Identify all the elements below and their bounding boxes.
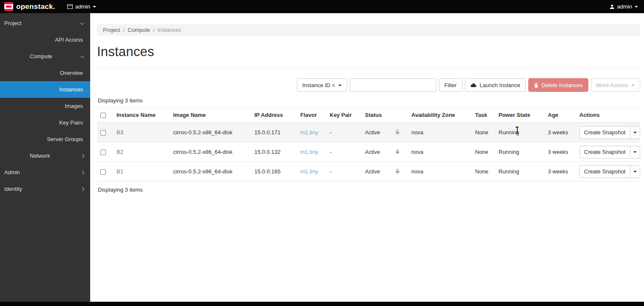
filter-button-label: Filter bbox=[445, 82, 457, 88]
sidebar-item-label: Identity bbox=[4, 186, 22, 192]
sidebar-item-instances[interactable]: Instances bbox=[0, 81, 90, 98]
trash-icon bbox=[534, 82, 539, 88]
sidebar-item-label: Compute bbox=[30, 53, 52, 60]
project-menu-label: admin bbox=[75, 3, 90, 10]
sidebar-item-server-groups[interactable]: Server Groups bbox=[0, 131, 90, 147]
status-cell: Active bbox=[362, 123, 391, 142]
table-row: B1 cirros-0.5.2-x86_64-disk 15.0.0.165 m… bbox=[97, 162, 640, 181]
header-status: Status bbox=[362, 108, 391, 123]
caret-down-icon bbox=[93, 6, 96, 8]
row-checkbox[interactable] bbox=[100, 150, 106, 155]
breadcrumb-current: Instances bbox=[157, 27, 181, 33]
chevron-right-icon bbox=[80, 170, 85, 175]
key-pair-cell: - bbox=[326, 142, 362, 162]
row-actions-dropdown-button[interactable] bbox=[630, 126, 640, 139]
sidebar-nav: Project API Access Compute Overview Inst… bbox=[0, 13, 90, 302]
header-task: Task bbox=[472, 108, 495, 123]
sidebar-item-label: Overview bbox=[60, 70, 83, 76]
header-power-state: Power State bbox=[495, 108, 544, 123]
power-state-cell: Running bbox=[495, 123, 544, 142]
header-instance-name: Instance Name bbox=[113, 108, 170, 123]
more-actions-button[interactable]: More Actions bbox=[591, 78, 640, 92]
instance-name-link[interactable]: B2 bbox=[117, 149, 123, 155]
logo-notch bbox=[4, 6, 6, 8]
filter-input[interactable] bbox=[350, 78, 436, 92]
age-cell: 3 weeks bbox=[544, 162, 576, 181]
chevron-down-icon bbox=[80, 20, 85, 25]
create-snapshot-button[interactable]: Create Snapshot bbox=[579, 126, 630, 139]
create-snapshot-button[interactable]: Create Snapshot bbox=[579, 165, 630, 178]
header-availability-zone: Availability Zone bbox=[408, 108, 472, 123]
sidebar-item-label: Key Pairs bbox=[59, 119, 83, 126]
table-row: B2 cirros-0.5.2-x86_64-disk 15.0.0.132 m… bbox=[97, 142, 640, 162]
header-ip-address: IP Address bbox=[251, 108, 297, 123]
table-header-row: Instance Name Image Name IP Address Flav… bbox=[97, 108, 640, 123]
ip-address-cell: 15.0.0.132 bbox=[251, 142, 297, 162]
app-window: openstack. admin admin Project API Acces… bbox=[0, 0, 644, 306]
flavor-link[interactable]: m1.tiny bbox=[300, 129, 318, 136]
page-title: Instances bbox=[97, 44, 640, 60]
sidebar-item-compute[interactable]: Compute bbox=[0, 48, 90, 65]
sidebar-item-network[interactable]: Network bbox=[0, 147, 90, 164]
sidebar-item-identity[interactable]: Identity bbox=[0, 181, 90, 197]
select-all-checkbox[interactable] bbox=[100, 113, 106, 118]
breadcrumb: Project / Compute / Instances bbox=[97, 24, 640, 36]
caret-down-icon bbox=[635, 6, 638, 8]
more-actions-label: More Actions bbox=[596, 82, 628, 88]
header-key-pair: Key Pair bbox=[326, 108, 362, 123]
sidebar-item-overview[interactable]: Overview bbox=[0, 65, 90, 81]
caret-down-icon bbox=[631, 85, 635, 86]
filter-button[interactable]: Filter bbox=[439, 78, 462, 92]
window-icon bbox=[67, 4, 73, 9]
text-cursor bbox=[517, 127, 518, 133]
row-checkbox[interactable] bbox=[100, 169, 106, 175]
project-switcher-menu[interactable]: admin bbox=[63, 0, 100, 13]
filter-type-label: Instance ID = bbox=[302, 82, 335, 88]
user-menu[interactable]: admin bbox=[605, 0, 642, 13]
availability-zone-cell: nova bbox=[408, 162, 472, 181]
sidebar-item-project[interactable]: Project bbox=[0, 15, 90, 31]
instance-name-link[interactable]: B1 bbox=[117, 168, 123, 175]
header-flavor: Flavor bbox=[297, 108, 326, 123]
instance-name-link[interactable]: B3 bbox=[117, 129, 123, 136]
chevron-right-icon bbox=[80, 154, 85, 158]
image-name-cell: cirros-0.5.2-x86_64-disk bbox=[170, 123, 251, 142]
flavor-link[interactable]: m1.tiny bbox=[300, 149, 318, 155]
launch-instance-button[interactable]: Launch Instance bbox=[465, 78, 526, 92]
chevron-down-icon bbox=[80, 54, 85, 58]
age-cell: 3 weeks bbox=[544, 142, 576, 162]
sidebar-item-api-access[interactable]: API Access bbox=[0, 31, 90, 48]
task-cell: None bbox=[472, 123, 495, 142]
table-row: B3 cirros-0.5.2-x86_64-disk 15.0.0.171 m… bbox=[97, 123, 640, 142]
sidebar-item-admin[interactable]: Admin bbox=[0, 164, 90, 181]
breadcrumb-link-project[interactable]: Project bbox=[103, 27, 120, 33]
sidebar-item-images[interactable]: Images bbox=[0, 98, 90, 114]
brand-name: openstack. bbox=[16, 3, 55, 11]
header-actions: Actions bbox=[576, 108, 640, 123]
status-cell: Active bbox=[362, 162, 391, 181]
row-checkbox[interactable] bbox=[100, 130, 106, 136]
openstack-logo-icon bbox=[4, 2, 13, 11]
brand[interactable]: openstack. bbox=[4, 2, 55, 11]
person-icon bbox=[610, 4, 615, 9]
availability-zone-cell: nova bbox=[408, 142, 472, 162]
sidebar-item-label: Images bbox=[65, 103, 83, 109]
caret-down-icon bbox=[633, 171, 637, 173]
delete-instances-label: Delete Instances bbox=[541, 82, 583, 88]
row-actions-dropdown-button[interactable] bbox=[630, 165, 640, 178]
create-snapshot-button[interactable]: Create Snapshot bbox=[579, 146, 630, 159]
power-state-cell: Running bbox=[495, 162, 544, 181]
delete-instances-button[interactable]: Delete Instances bbox=[528, 78, 588, 92]
displaying-count-bottom: Displaying 3 items bbox=[98, 187, 640, 193]
table-toolbar: Instance ID = Filter Launch Instance Del… bbox=[97, 78, 640, 92]
flavor-link[interactable]: m1.tiny bbox=[300, 168, 318, 175]
header-age: Age bbox=[544, 108, 576, 123]
bottom-bar bbox=[0, 302, 644, 306]
filter-type-select[interactable]: Instance ID = bbox=[297, 78, 347, 92]
row-actions-dropdown-button[interactable] bbox=[630, 146, 640, 159]
breadcrumb-link-compute[interactable]: Compute bbox=[128, 27, 150, 33]
sidebar-item-label: API Access bbox=[55, 37, 83, 43]
displaying-count-top: Displaying 3 items bbox=[98, 97, 640, 104]
caret-down-icon bbox=[633, 132, 637, 133]
sidebar-item-key-pairs[interactable]: Key Pairs bbox=[0, 114, 90, 131]
